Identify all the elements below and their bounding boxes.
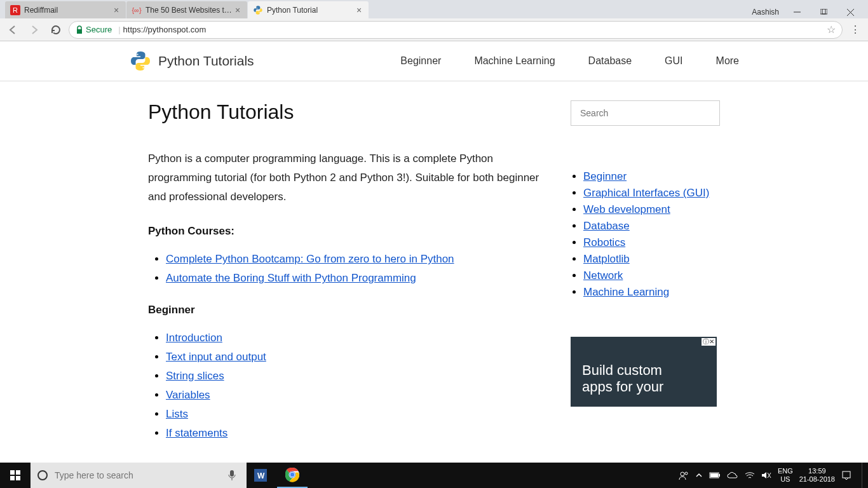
course-link[interactable]: Automate the Boring Stuff with Python Pr… [166,272,416,284]
sidebar-link[interactable]: Network [583,269,623,281]
taskbar-app-chrome[interactable] [277,463,308,488]
svg-text:W: W [257,471,265,480]
svg-rect-5 [77,29,82,34]
show-desktop-button[interactable] [862,463,865,488]
language-indicator[interactable]: ENG US [778,467,793,484]
svg-point-21 [685,472,688,475]
search-input[interactable] [571,100,720,126]
site-logo[interactable]: Python Tutorials [129,50,254,72]
sidebar-links: Beginner Graphical Interfaces (GUI) Web … [571,170,720,299]
svg-rect-10 [10,476,15,480]
secure-label: Secure [86,25,112,34]
close-icon[interactable]: × [355,6,363,15]
page-viewport[interactable]: Python Tutorials Beginner Machine Learni… [0,41,868,463]
svg-rect-13 [230,470,234,477]
close-icon[interactable]: × [233,6,242,15]
nav-link[interactable]: More [716,55,739,67]
taskbar-search[interactable] [31,463,247,488]
system-tray: ENG US 13:59 21-08-2018 [679,463,868,488]
ad-badge[interactable]: ⓘ✕ [702,338,715,346]
minimize-button[interactable] [788,6,806,18]
user-label: Aashish [752,8,779,17]
sidebar-link[interactable]: Beginner [583,170,627,182]
svg-rect-27 [843,471,850,478]
favicon-icon: R [10,5,20,15]
python-icon [129,50,152,72]
separator: | [118,25,120,34]
svg-point-20 [681,472,684,476]
tutorial-link[interactable]: Lists [166,408,188,420]
sidebar: Beginner Graphical Interfaces (GUI) Web … [571,100,720,459]
tutorial-link[interactable]: String slices [166,370,224,382]
mic-icon[interactable] [227,470,240,481]
start-button[interactable] [0,463,31,488]
svg-rect-24 [710,473,718,477]
cortana-icon [37,470,48,481]
beginner-heading: Beginner [148,304,545,316]
course-link[interactable]: Complete Python Bootcamp: Go from zero t… [166,253,454,265]
close-icon[interactable]: × [112,6,121,15]
page-title: Python Tutorials [148,100,545,124]
nav-link[interactable]: GUI [665,55,682,67]
reload-button[interactable] [47,21,65,39]
tab-bar: R Rediffmail × {∞} The 50 Best Websites … [0,0,868,18]
chevron-up-icon[interactable] [695,471,703,479]
maximize-button[interactable] [815,6,832,18]
clock[interactable]: 13:59 21-08-2018 [799,467,835,484]
windows-icon [10,470,20,480]
wifi-icon[interactable] [745,471,755,479]
svg-rect-9 [16,470,20,475]
taskbar-app-word[interactable]: W [247,463,277,488]
main-content: Python Tutorials Python is a computer pr… [148,100,571,459]
nav-link[interactable]: Machine Learning [474,55,555,67]
tutorial-link[interactable]: Variables [166,389,210,401]
forward-button[interactable] [25,21,43,39]
sidebar-link[interactable]: Database [583,220,630,232]
browser-tab[interactable]: Python Tutorial × [248,1,369,18]
svg-point-19 [290,473,294,477]
courses-list: Complete Python Bootcamp: Go from zero t… [148,253,545,285]
taskbar-search-input[interactable] [55,463,221,488]
logo-text: Python Tutorials [158,53,254,69]
svg-point-12 [38,471,47,480]
menu-button[interactable]: ⋮ [846,21,864,39]
tutorial-link[interactable]: Text input and output [166,351,266,363]
address-field[interactable]: Secure | https://pythonspot.com ☆ [69,21,843,39]
tab-title: Rediffmail [24,6,112,15]
sidebar-link[interactable]: Matplotlib [583,253,630,265]
tutorial-link[interactable]: If statements [166,427,227,439]
svg-rect-23 [719,474,720,477]
ad-text: apps for your [582,379,705,395]
browser-tab[interactable]: R Rediffmail × [5,1,126,18]
python-icon [253,5,263,15]
close-button[interactable] [841,6,859,18]
favicon-icon: {∞} [132,5,142,15]
ad-banner[interactable]: ⓘ✕ Build custom apps for your [571,337,717,407]
sidebar-link[interactable]: Graphical Interfaces (GUI) [583,187,709,199]
tutorial-link[interactable]: Introduction [166,332,222,344]
sidebar-link[interactable]: Robotics [583,236,625,248]
volume-icon[interactable] [761,471,771,480]
svg-point-7 [142,67,144,68]
svg-rect-11 [16,476,20,480]
notifications-icon[interactable] [841,470,851,480]
nav-link[interactable]: Beginner [400,55,441,67]
url-text: https://pythonspot.com [123,25,207,34]
taskbar: W ENG US 13:59 21-08-2018 [0,463,868,488]
sidebar-link[interactable]: Web development [583,203,670,215]
back-button[interactable] [4,21,22,39]
sidebar-link[interactable]: Machine Learning [583,286,669,298]
onedrive-icon[interactable] [727,471,738,479]
star-icon[interactable]: ☆ [827,24,836,36]
people-icon[interactable] [679,470,689,480]
secure-indicator: Secure [76,25,112,34]
ad-text: Build custom [582,362,705,379]
lock-icon [76,25,83,34]
battery-icon[interactable] [709,471,721,479]
nav-link[interactable]: Database [588,55,632,67]
site-header: Python Tutorials Beginner Machine Learni… [0,41,868,81]
courses-heading: Python Courses: [148,225,545,238]
browser-tab[interactable]: {∞} The 50 Best Websites to L × [126,1,247,18]
intro-text: Python is a computer programming languag… [148,149,545,206]
address-bar: Secure | https://pythonspot.com ☆ ⋮ [0,18,868,41]
